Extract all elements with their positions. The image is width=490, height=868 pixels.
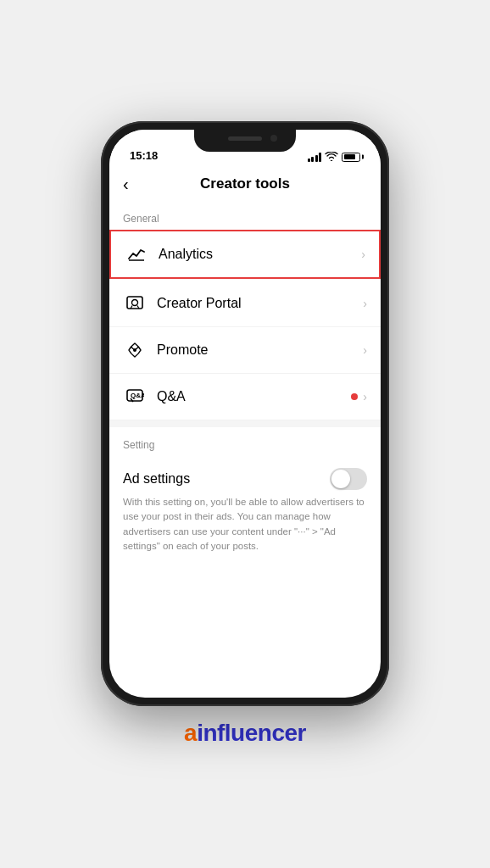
phone-device: 15:18 xyxy=(101,121,389,706)
brand-text: ainfluencer xyxy=(184,720,306,746)
analytics-icon xyxy=(125,242,148,266)
notch xyxy=(194,130,296,152)
status-time: 15:18 xyxy=(130,149,158,162)
analytics-label: Analytics xyxy=(159,247,361,262)
qa-label: Q&A xyxy=(157,389,348,404)
promote-chevron: › xyxy=(363,343,367,357)
camera xyxy=(270,135,277,142)
svg-text:Q&A: Q&A xyxy=(131,392,144,399)
ad-settings-row: Ad settings xyxy=(123,468,367,490)
speaker xyxy=(228,136,262,141)
qa-icon: Q&A xyxy=(123,385,147,409)
brand-a: a xyxy=(184,720,197,746)
promote-icon xyxy=(123,338,147,362)
qa-notification-dot xyxy=(351,393,358,400)
ad-settings-label: Ad settings xyxy=(123,471,190,487)
analytics-chevron: › xyxy=(361,248,365,261)
general-section-label: General xyxy=(109,201,381,230)
promote-menu-item[interactable]: Promote › xyxy=(109,327,381,374)
back-button[interactable]: ‹ xyxy=(123,175,129,194)
phone-screen: 15:18 xyxy=(109,130,381,698)
page-wrapper: 15:18 xyxy=(0,0,490,868)
qa-menu-item[interactable]: Q&A Q&A › xyxy=(109,374,381,420)
page-title: Creator tools xyxy=(200,175,290,192)
status-icons xyxy=(308,152,361,162)
app-header: ‹ Creator tools xyxy=(109,167,381,201)
signal-icon xyxy=(308,152,322,162)
creator-portal-chevron: › xyxy=(363,297,367,310)
creator-portal-menu-item[interactable]: Creator Portal › xyxy=(109,281,381,327)
content-area: General Analytics › xyxy=(109,201,381,565)
setting-section-label: Setting xyxy=(109,427,381,456)
analytics-menu-item[interactable]: Analytics › xyxy=(109,230,381,279)
ad-settings-toggle[interactable] xyxy=(330,468,367,490)
promote-label: Promote xyxy=(157,342,363,358)
toggle-knob xyxy=(331,470,350,488)
svg-point-5 xyxy=(133,348,136,352)
svg-point-2 xyxy=(132,300,138,306)
brand-footer: ainfluencer xyxy=(184,720,306,747)
creator-portal-icon xyxy=(123,292,147,315)
svg-rect-1 xyxy=(127,297,142,309)
section-divider xyxy=(109,420,381,427)
qa-chevron: › xyxy=(363,390,367,403)
battery-icon xyxy=(342,153,360,162)
ad-settings-description: With this setting on, you'll be able to … xyxy=(123,495,367,554)
ad-settings-item: Ad settings With this setting on, you'll… xyxy=(109,456,381,565)
creator-portal-label: Creator Portal xyxy=(157,296,363,311)
brand-influencer: influencer xyxy=(197,720,306,746)
wifi-icon xyxy=(325,152,338,162)
